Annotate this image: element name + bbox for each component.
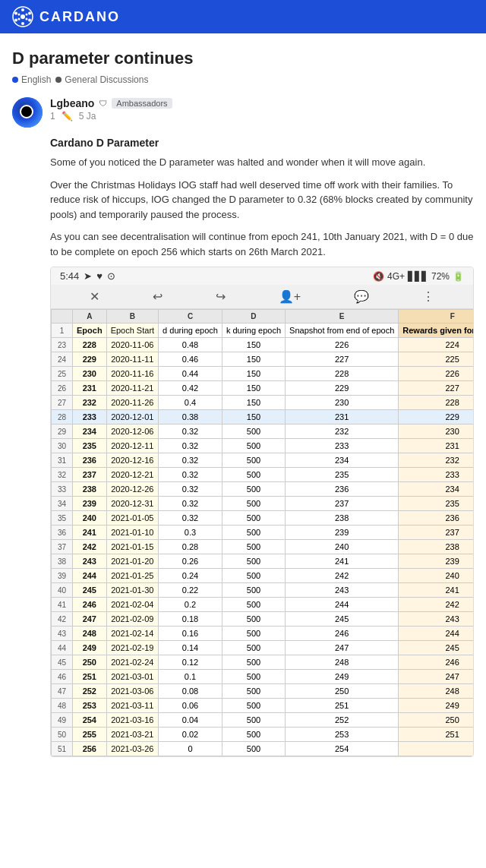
add-person-icon[interactable]: 👤+ [279,289,301,304]
battery-icon: 🔋 [453,271,464,282]
avatar-image [12,97,43,128]
cell-start: 2021-01-25 [106,569,158,583]
cell-d: 0.04 [159,713,222,728]
cell-reward: 232 [399,453,473,468]
cell-start: 2020-12-01 [106,410,158,425]
table-row: 39 244 2021-01-25 0.24 500 242 240 31,95… [52,569,474,583]
cell-reward: 241 [399,583,473,598]
cell-reward: 230 [399,425,473,439]
cell-k: 150 [222,396,285,410]
phone-time: 5:44 [60,270,79,282]
cell-start: 2020-12-31 [106,497,158,511]
app-title: CARDANO [39,9,120,25]
cell-k: 500 [222,612,285,627]
cell-snap: 243 [286,583,399,598]
cell-start: 2021-02-09 [106,612,158,627]
cell-k: 500 [222,627,285,641]
cell-reward: 236 [399,511,473,526]
cell-k: 500 [222,425,285,439]
shield-icon: 🛡 [99,99,107,108]
post-body: Cardano D Parameter Some of you noticed … [50,137,474,757]
comment-icon[interactable]: 💬 [354,289,369,304]
cell-start: 2020-11-16 [106,367,158,381]
nav-arrow-icon: ➤ [84,270,92,282]
cell-start: 2021-03-16 [106,713,158,728]
breadcrumb-dot-english [12,77,18,83]
cell-start: 2021-03-26 [106,742,158,756]
cell-snap: 240 [286,540,399,554]
row-num: 49 [52,713,73,728]
redo-icon[interactable]: ↪ [216,289,226,304]
cell-epoch: 247 [73,612,107,627]
cell-k: 500 [222,554,285,569]
row-num: 46 [52,670,73,684]
table-row: 36 241 2021-01-10 0.3 500 239 237 31,952… [52,526,474,540]
cell-snap: 231 [286,410,399,425]
row-num: 30 [52,439,73,453]
row-num: 48 [52,699,73,713]
spreadsheet-wrapper: A B C D E F G 1 Epoch Epoch Start [51,309,473,756]
svg-point-11 [26,18,28,21]
svg-point-6 [28,19,31,22]
cell-epoch: 254 [73,713,107,728]
cell-d: 0.02 [159,728,222,742]
cell-reward: 235 [399,497,473,511]
cell-k: 500 [222,497,285,511]
cell-epoch: 230 [73,367,107,381]
cell-epoch: 253 [73,699,107,713]
undo-icon[interactable]: ↩ [153,289,163,304]
table-row: 41 246 2021-02-04 0.2 500 244 242 31,952… [52,598,474,612]
cell-reward: 249 [399,699,473,713]
table-row: 26 231 2020-11-21 0.42 150 229 227 32,09… [52,381,474,396]
cell-epoch: 255 [73,728,107,742]
cell-snap: 236 [286,482,399,497]
cell-epoch: 238 [73,482,107,497]
author-info: Lgbeano 🛡 Ambassadors 1 ✏️ 5 Ja [50,97,474,122]
cell-d: 0.06 [159,699,222,713]
cell-start: 2021-01-20 [106,554,158,569]
cell-d: 0.26 [159,554,222,569]
close-icon[interactable]: ✕ [90,289,99,304]
cell-reward: 228 [399,396,473,410]
cell-d: 0.2 [159,598,222,612]
spreadsheet-header-row: 1 Epoch Epoch Start d during epoch k dur… [52,324,474,338]
col-letter-a: A [73,310,107,324]
row-num: 42 [52,612,73,627]
cell-epoch: 256 [73,742,107,756]
cell-epoch: 235 [73,439,107,453]
row-num: 26 [52,381,73,396]
cell-k: 150 [222,338,285,352]
more-icon[interactable]: ⋮ [422,289,434,304]
cell-snap: 247 [286,641,399,655]
cell-k: 500 [222,468,285,482]
signal-bars-icon: ▋▋▋ [408,271,428,282]
row-num: 50 [52,728,73,742]
spreadsheet-body: 23 228 2020-11-06 0.48 150 226 224 32,03… [52,338,474,756]
row-num: 41 [52,598,73,612]
table-row: 35 240 2021-01-05 0.32 500 238 236 31,95… [52,511,474,526]
col-letter-d: D [222,310,285,324]
author-row: Lgbeano 🛡 Ambassadors [50,97,474,109]
row-num: 39 [52,569,73,583]
cell-reward: 226 [399,367,473,381]
breadcrumb-general[interactable]: General Discussions [55,74,148,85]
cell-start: 2021-01-15 [106,540,158,554]
cell-k: 150 [222,367,285,381]
post-actions: 1 ✏️ 5 Ja [50,111,474,122]
cell-k: 500 [222,511,285,526]
cell-d: 0.32 [159,511,222,526]
cell-d: 0.32 [159,453,222,468]
cell-reward: 247 [399,670,473,684]
breadcrumb-english[interactable]: English [12,74,51,85]
cell-snap: 246 [286,627,399,641]
row-num: 44 [52,641,73,655]
cell-snap: 227 [286,352,399,367]
cell-snap: 244 [286,598,399,612]
cell-epoch: 251 [73,670,107,684]
table-row: 45 250 2021-02-24 0.12 500 248 246 31,95… [52,655,474,670]
cell-start: 2021-03-11 [106,699,158,713]
cell-k: 500 [222,670,285,684]
cell-snap: 254 [286,742,399,756]
cell-epoch: 232 [73,396,107,410]
cell-reward: 234 [399,482,473,497]
